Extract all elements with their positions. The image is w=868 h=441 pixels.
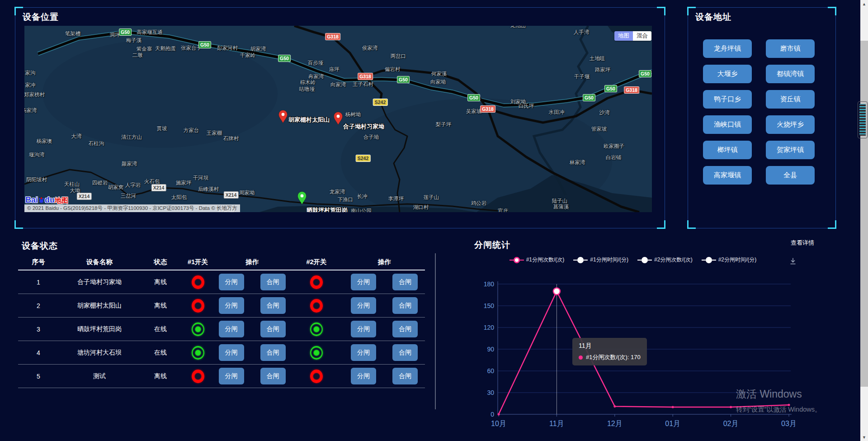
legend-item[interactable]: #1分闸次数/(次)	[509, 256, 565, 264]
open-switch-button[interactable]: 分闸	[219, 321, 244, 337]
open-switch-button[interactable]: 分闸	[219, 344, 244, 361]
device-name: 胡家棚村太阳山	[59, 302, 140, 310]
address-button[interactable]: 都镇湾镇	[766, 65, 815, 83]
switch-indicator-green	[310, 346, 323, 360]
close-switch-button[interactable]: 合闸	[260, 321, 286, 337]
close-switch-button[interactable]: 合闸	[392, 297, 418, 314]
close-switch-button[interactable]: 合闸	[260, 344, 286, 361]
map-pin-icon[interactable]	[297, 191, 307, 205]
device-address-panel: 设备地址 龙舟坪镇磨市镇大堰乡都镇湾镇鸭子口乡资丘镇渔峡口镇火烧坪乡榔坪镇贺家坪…	[688, 7, 836, 228]
table-header-cell: 序号	[18, 258, 59, 266]
map-place-label: 梅子溪	[126, 37, 142, 44]
map-place-label: 何家溪	[431, 71, 447, 77]
table-header-cell: 操作	[215, 258, 289, 266]
map-place-label: 胡家窝	[108, 184, 124, 191]
map-place-label: 人手湾	[574, 29, 590, 36]
close-switch-button[interactable]: 合闸	[260, 297, 286, 314]
windows-activation-watermark: 激活 Windows 转到“设置”以激活 Windows。	[736, 387, 821, 414]
legend-item[interactable]: #1分闸时间/(分)	[573, 256, 628, 264]
svg-text:180: 180	[484, 280, 495, 288]
map-pin-icon[interactable]	[278, 110, 288, 123]
map-attribution: © 2021 Baidu - GS(2019)5218号 - 甲测资字11009…	[24, 204, 240, 212]
switch-indicator-red	[192, 275, 204, 289]
scrollbar-up-arrow[interactable]: ▲	[860, 0, 868, 8]
browser-scrollbar[interactable]: ▲ ▼	[860, 0, 868, 441]
device-status: 在线	[140, 325, 181, 333]
close-switch-button[interactable]: 合闸	[260, 368, 286, 384]
baidu-map[interactable]: 笔架槽洞坪天鹅抱蛋胡家湾高家堰互通梅子溪紫金寨二墩张家台子彭家河村千家岭龙池山人…	[24, 26, 652, 212]
map-pin-label: 晒鼓坪村荒田岗	[307, 206, 348, 212]
close-switch-button[interactable]: 合闸	[392, 344, 418, 361]
tooltip-title: 11月	[579, 342, 641, 350]
map-place-label: 清江方山	[121, 134, 142, 141]
open-switch-button[interactable]: 分闸	[219, 274, 244, 290]
address-button[interactable]: 火烧坪乡	[766, 115, 815, 134]
close-switch-button[interactable]: 合闸	[260, 274, 286, 290]
map-place-label: 周家坳	[239, 190, 255, 196]
map-place-label: 后峰溪村	[198, 186, 219, 193]
map-place-label: 高家堰互通	[137, 29, 163, 36]
device-no: 2	[18, 302, 59, 309]
address-button[interactable]: 全县	[766, 166, 815, 185]
legend-item[interactable]: #2分闸次数/(次)	[637, 256, 693, 264]
map-place-label: 胡家湾	[250, 46, 266, 52]
legend-item[interactable]: #2分闸时间/(分)	[702, 256, 757, 264]
open-switch-button[interactable]: 分闸	[351, 344, 376, 361]
map-place-label: 官家冲	[24, 82, 35, 89]
download-icon[interactable]	[789, 257, 797, 265]
open-switch-button[interactable]: 分闸	[351, 368, 376, 384]
road-shield: S242	[356, 155, 371, 162]
map-place-label: 白岩铺	[606, 154, 622, 161]
map-place-label: 水田冲	[549, 109, 565, 116]
map-type-map-button[interactable]: 地图	[614, 31, 633, 41]
map-place-label: 梨子坪	[436, 121, 452, 128]
view-details-link[interactable]: 查看详情	[791, 239, 814, 247]
switch-indicator-red	[310, 370, 323, 383]
switch-indicator-green	[310, 322, 323, 336]
chart-legend: #1分闸次数/(次)#1分闸时间/(分)#2分闸次数/(次)#2分闸时间/(分)	[497, 256, 769, 264]
open-switch-button[interactable]: 分闸	[219, 368, 244, 384]
address-button[interactable]: 榔坪镇	[703, 141, 752, 159]
map-place-label: 咕噜垭	[299, 86, 315, 93]
close-switch-button[interactable]: 合闸	[392, 368, 418, 384]
switch-indicator-green	[192, 346, 204, 360]
open-switch-button[interactable]: 分闸	[351, 274, 376, 290]
map-pin-icon[interactable]	[333, 112, 343, 125]
map-place-label: 杨树坳	[345, 111, 361, 118]
open-switch-button[interactable]: 分闸	[351, 297, 376, 314]
address-button[interactable]: 资丘镇	[766, 90, 815, 109]
switch-indicator-red	[192, 299, 204, 313]
address-button[interactable]: 龙舟坪镇	[703, 39, 752, 58]
svg-text:11月: 11月	[549, 420, 564, 427]
address-button[interactable]: 高家堰镇	[703, 166, 752, 185]
address-button[interactable]: 鸭子口乡	[703, 90, 752, 109]
road-shield: G318	[624, 86, 639, 94]
address-button[interactable]: 渔峡口镇	[703, 115, 752, 134]
close-switch-button[interactable]: 合闸	[392, 321, 418, 337]
map-place-label: 菖蒲溪	[553, 204, 569, 210]
road-shield: S242	[373, 99, 388, 106]
table-row: 5测试离线分闸合闸分闸合闸	[18, 365, 425, 388]
svg-text:120: 120	[484, 324, 495, 331]
map-type-hybrid-button[interactable]: 混合	[633, 31, 651, 41]
scrollbar-down-arrow[interactable]: ▼	[860, 433, 868, 441]
table-header-cell: 操作	[344, 258, 425, 266]
device-status: 离线	[140, 372, 181, 380]
svg-text:10月: 10月	[491, 420, 506, 427]
open-switch-button[interactable]: 分闸	[219, 297, 244, 314]
scrollbar-thumb[interactable]	[860, 41, 868, 387]
map-place-label: 偏岩村	[385, 66, 401, 73]
device-status-title: 设备状态	[22, 240, 58, 252]
address-button[interactable]: 磨市镇	[766, 39, 815, 58]
svg-text:03月: 03月	[781, 420, 797, 427]
map-place-label: 杨家湾	[24, 107, 37, 114]
address-button[interactable]: 贺家坪镇	[766, 141, 815, 159]
road-shield: G50	[467, 94, 480, 101]
map-place-label: 龙家湾	[330, 189, 345, 195]
baidu-logo-product: 地图	[55, 196, 68, 204]
map-place-label: 干子堰	[574, 73, 590, 80]
map-place-label: 太阳包	[171, 194, 187, 201]
address-button[interactable]: 大堰乡	[703, 65, 752, 83]
open-switch-button[interactable]: 分闸	[351, 321, 376, 337]
close-switch-button[interactable]: 合闸	[392, 274, 418, 290]
